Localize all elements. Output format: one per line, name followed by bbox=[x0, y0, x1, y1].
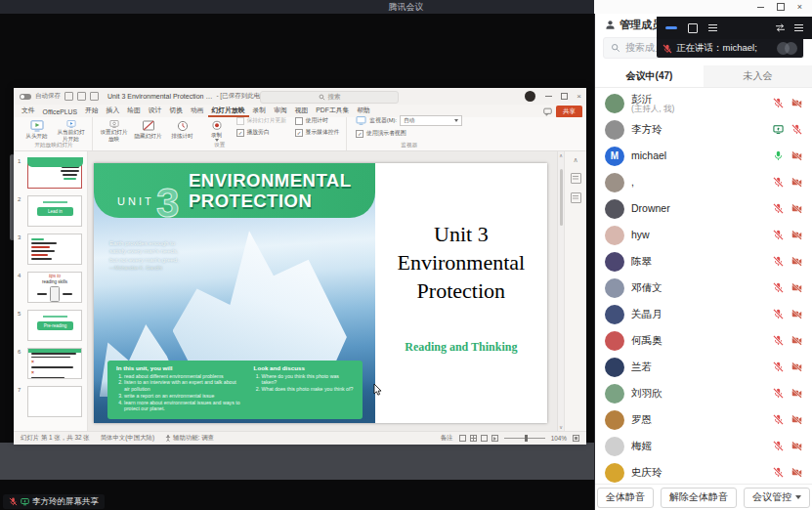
mic-muted-icon[interactable] bbox=[773, 388, 784, 399]
ribbon-checkbox[interactable]: ✓显示媒体控件 bbox=[295, 128, 339, 137]
slide-thumbnail-5[interactable]: Pre-reading bbox=[27, 310, 82, 341]
camera-off-icon[interactable] bbox=[791, 414, 802, 425]
mic-muted-icon[interactable] bbox=[773, 414, 784, 425]
ribbon-checkbox[interactable]: ✓播放旁白 bbox=[236, 128, 286, 137]
ppt-search-input[interactable]: 搜索 bbox=[260, 91, 399, 104]
rehearse-timings-button[interactable]: 排练计时 bbox=[166, 119, 198, 142]
account-avatar[interactable] bbox=[525, 91, 535, 102]
member-row[interactable]: 彭沂 (主持人, 我) bbox=[595, 90, 812, 116]
camera-off-icon[interactable] bbox=[791, 309, 802, 319]
member-row[interactable]: , bbox=[595, 169, 812, 195]
ribbon-tab[interactable]: 开始 bbox=[81, 106, 103, 117]
slide-thumbnail-7[interactable] bbox=[27, 386, 82, 417]
ribbon-checkbox[interactable]: 使用计时 bbox=[295, 116, 339, 125]
share-button[interactable]: 共享 bbox=[556, 106, 582, 118]
fit-to-window-icon[interactable] bbox=[573, 435, 579, 442]
footer-button[interactable]: 全体静音 bbox=[597, 488, 654, 508]
ribbon-tab[interactable]: 动画 bbox=[187, 106, 208, 117]
scrollbar-thumb[interactable] bbox=[560, 169, 563, 226]
member-row[interactable]: 李方玲 bbox=[595, 116, 812, 143]
close-icon[interactable]: × bbox=[797, 3, 802, 12]
comments-icon[interactable] bbox=[543, 107, 552, 116]
undo-icon[interactable] bbox=[77, 92, 86, 101]
notes-button[interactable]: 备注 bbox=[441, 434, 453, 443]
ribbon-tab[interactable]: OfficePLUS bbox=[39, 108, 81, 117]
camera-off-icon[interactable] bbox=[791, 441, 802, 451]
member-row[interactable]: 梅媱 bbox=[595, 433, 812, 459]
zoom-level[interactable]: 104% bbox=[551, 435, 567, 442]
current-slide[interactable]: UNIT 3 ENVIRONMENTAL PROTECTION Earth pr… bbox=[94, 163, 547, 423]
camera-off-icon[interactable] bbox=[791, 335, 802, 346]
camera-off-icon[interactable] bbox=[791, 203, 802, 214]
mic-muted-icon[interactable] bbox=[773, 467, 784, 478]
reading-view-icon[interactable] bbox=[481, 435, 488, 442]
screen-share-icon[interactable] bbox=[773, 124, 784, 135]
normal-view-icon[interactable] bbox=[459, 435, 466, 442]
redo-icon[interactable] bbox=[90, 92, 99, 101]
scroll-up-icon[interactable]: ∧ bbox=[559, 152, 563, 158]
ribbon-tab[interactable]: 文件 bbox=[18, 106, 39, 117]
mic-muted-icon[interactable] bbox=[773, 361, 784, 372]
slide-sorter-icon[interactable] bbox=[470, 435, 477, 442]
ppt-restore-icon[interactable] bbox=[561, 93, 568, 100]
mic-muted-icon[interactable] bbox=[773, 282, 784, 293]
list-view-icon[interactable] bbox=[708, 24, 717, 31]
screen-share-toast[interactable]: 李方玲的屏幕共享 bbox=[3, 494, 105, 509]
mic-muted-icon[interactable] bbox=[773, 177, 784, 188]
member-row[interactable]: M michael bbox=[595, 143, 812, 169]
mic-muted-icon[interactable] bbox=[773, 98, 784, 108]
mic-muted-icon[interactable] bbox=[773, 256, 784, 267]
minimize-icon[interactable] bbox=[757, 7, 764, 8]
mic-muted-icon[interactable] bbox=[773, 230, 784, 240]
member-row[interactable]: 关晶月 bbox=[595, 301, 812, 327]
mic-muted-icon[interactable] bbox=[773, 441, 784, 451]
mic-muted-icon[interactable] bbox=[791, 124, 802, 135]
record-button[interactable]: 录制 bbox=[200, 119, 233, 142]
footer-button[interactable]: 解除全体静音 bbox=[661, 488, 737, 508]
camera-off-icon[interactable] bbox=[791, 361, 802, 372]
slideshow-view-icon[interactable] bbox=[491, 435, 498, 442]
zoom-slider[interactable] bbox=[504, 438, 545, 439]
ribbon-tab[interactable]: 切换 bbox=[165, 106, 187, 117]
autosave-toggle[interactable] bbox=[20, 94, 31, 100]
slide-thumbnail-4[interactable]: tips toreading skills bbox=[27, 272, 82, 303]
camera-off-icon[interactable] bbox=[791, 467, 802, 478]
meeting-mini-toolbar[interactable] bbox=[657, 17, 812, 39]
member-row[interactable]: 史庆玲 bbox=[595, 459, 812, 484]
mic-muted-icon[interactable] bbox=[773, 309, 784, 319]
slide-thumbnail-2[interactable]: Lead in bbox=[27, 195, 82, 227]
minimize-bar-icon[interactable] bbox=[665, 26, 677, 29]
slide-thumbnail-1[interactable] bbox=[27, 157, 82, 189]
slide-thumbnail-6[interactable]: ×× bbox=[27, 348, 82, 379]
setup-slideshow-button[interactable]: 设置幻灯片放映 bbox=[98, 119, 130, 142]
scroll-down-icon[interactable]: ∨ bbox=[559, 424, 563, 430]
slide-scrollbar[interactable]: ∧ ∨ bbox=[557, 151, 564, 431]
ribbon-tab[interactable]: 插入 bbox=[103, 106, 124, 117]
member-tab[interactable]: 未入会 bbox=[704, 65, 812, 87]
language-indicator[interactable]: 简体中文(中国大陆) bbox=[101, 434, 154, 443]
slide-thumbnail-3[interactable] bbox=[27, 234, 82, 265]
member-row[interactable]: 何禹奥 bbox=[595, 327, 812, 354]
camera-off-icon[interactable] bbox=[791, 256, 802, 267]
camera-off-icon[interactable] bbox=[791, 98, 802, 108]
mic-muted-icon[interactable] bbox=[773, 203, 784, 214]
comments-pane-icon[interactable] bbox=[571, 192, 581, 203]
layout-icon[interactable] bbox=[688, 23, 698, 33]
ppt-close-icon[interactable]: × bbox=[577, 93, 581, 101]
from-beginning-button[interactable]: 从头开始 bbox=[21, 119, 53, 142]
member-row[interactable]: hyw bbox=[595, 222, 812, 248]
footer-button[interactable]: 会议管控 bbox=[744, 488, 810, 508]
accessibility-status[interactable]: 辅助功能: 调查 bbox=[173, 434, 214, 443]
member-row[interactable]: 兰若 bbox=[595, 354, 812, 380]
member-tab[interactable]: 会议中(47) bbox=[595, 65, 704, 87]
camera-off-icon[interactable] bbox=[791, 282, 802, 293]
ribbon-tab[interactable]: 绘图 bbox=[123, 106, 145, 117]
member-row[interactable]: 罗恩 bbox=[595, 406, 812, 433]
ppt-minimize-icon[interactable] bbox=[545, 96, 552, 97]
member-row[interactable]: 陈翠 bbox=[595, 248, 812, 275]
collapse-ribbon-icon[interactable]: ∧ bbox=[573, 156, 577, 164]
mic-on-icon[interactable] bbox=[773, 150, 784, 161]
camera-off-icon[interactable] bbox=[791, 230, 802, 240]
save-icon[interactable] bbox=[64, 92, 73, 101]
camera-off-icon[interactable] bbox=[791, 177, 802, 188]
